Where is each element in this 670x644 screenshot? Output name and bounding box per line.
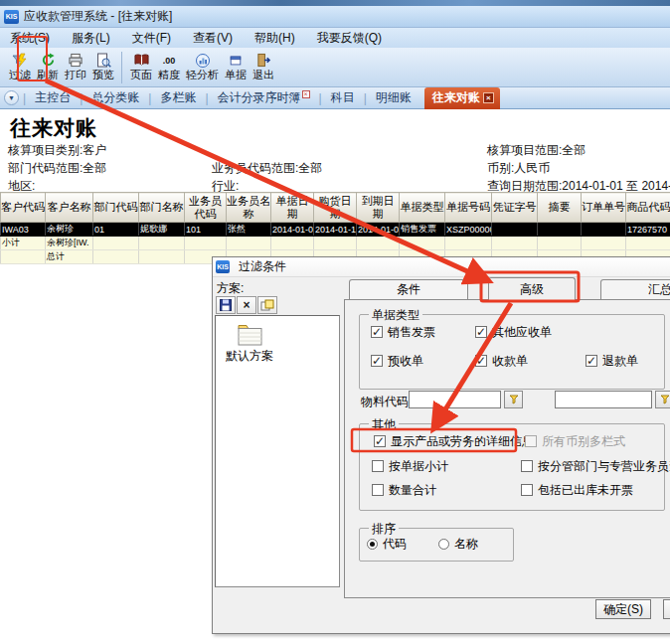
checkbox-refund[interactable]: 退款单: [586, 354, 638, 368]
cell: [492, 223, 538, 237]
toolbar-separator: [121, 52, 122, 83]
save-scheme-button[interactable]: [216, 296, 236, 314]
window-title: 应收款管理系统 - [往来对账]: [24, 8, 172, 25]
scheme-list[interactable]: 默认方案: [215, 315, 340, 587]
refresh-icon: [41, 52, 56, 69]
delete-scheme-button[interactable]: ×: [237, 296, 256, 314]
menu-help[interactable]: 帮助(H): [254, 30, 295, 47]
info-dept-range: 部门代码范围:全部: [8, 160, 106, 177]
cell: [492, 237, 538, 250]
clipped-button[interactable]: [663, 599, 670, 619]
radio-sort-by-code[interactable]: 代码: [367, 537, 407, 551]
tab-general-ledger[interactable]: 总分类账: [83, 89, 148, 106]
col-header: 单据号码: [445, 193, 492, 223]
tab-close-icon[interactable]: ×: [302, 90, 310, 98]
col-header: 购货日期: [314, 193, 357, 223]
checkbox-show-product-detail[interactable]: 显示产品或劳务的详细信息: [374, 434, 534, 448]
voucher-button[interactable]: 单据: [222, 50, 250, 85]
exit-label: 退出: [252, 69, 274, 81]
menu-system[interactable]: 系统(S): [10, 30, 50, 47]
tab-accounts[interactable]: 科目: [322, 89, 364, 106]
checkbox-box: [525, 435, 537, 447]
filter-icon: [12, 52, 28, 69]
page-label: 页面: [130, 69, 152, 81]
refresh-button[interactable]: 刷新: [34, 50, 62, 85]
checkbox-other-receivable[interactable]: 其他应收单: [475, 325, 552, 339]
title-bar: KIS 应收款管理系统 - [往来对账]: [0, 6, 670, 28]
checkbox-receipt[interactable]: 收款单: [475, 354, 528, 368]
cell: 销售发票: [400, 223, 445, 237]
material-lookup-button-from[interactable]: [504, 391, 523, 408]
ok-button[interactable]: 确定(S): [595, 599, 651, 619]
material-lookup-button-to[interactable]: [655, 391, 670, 408]
precision-icon: .00: [163, 52, 176, 69]
tab-detail-ledger[interactable]: 明细账: [367, 89, 420, 106]
scheme-label: 方案:: [217, 280, 244, 297]
filter-button[interactable]: 过滤: [6, 50, 34, 85]
cell: [93, 250, 139, 264]
tab-multicolumn[interactable]: 多栏账: [151, 89, 205, 106]
cell: 余树珍[IW.: [46, 237, 93, 250]
dialog-tab-advanced[interactable]: 高级: [488, 277, 576, 300]
menu-feedback[interactable]: 我要反馈(Q): [317, 30, 382, 47]
table-row-subtotal[interactable]: 小计 余树珍[IW.: [1, 237, 670, 250]
col-header: 单据日期: [271, 193, 314, 223]
exit-button[interactable]: 退出: [250, 50, 277, 85]
radio-dot: [438, 539, 449, 550]
radio-label: 名称: [454, 536, 478, 553]
copy-scheme-button[interactable]: [257, 296, 277, 314]
precision-button[interactable]: .00 精度: [155, 50, 183, 85]
page-button[interactable]: 页面: [127, 50, 155, 85]
tab-close-icon[interactable]: ×: [483, 92, 494, 103]
cell: XSZP00000: [445, 223, 492, 237]
info-category: 核算项目类别:客户: [8, 142, 106, 159]
cell: [1, 250, 46, 264]
radio-sort-by-name[interactable]: 名称: [438, 537, 478, 551]
cell: [538, 237, 582, 250]
dialog-tab-condition[interactable]: 条件: [349, 279, 468, 299]
radio-dot: [367, 539, 378, 550]
cell: [139, 237, 185, 250]
checkbox-advance-receipt[interactable]: 预收单: [371, 354, 423, 368]
print-button[interactable]: 打印: [62, 50, 89, 85]
col-header: 客户代码: [1, 193, 46, 223]
scheme-toolbar: ×: [216, 296, 278, 314]
menu-file[interactable]: 文件(F): [132, 30, 171, 47]
dialog-tab-summary[interactable]: 汇总: [600, 279, 670, 299]
menu-service[interactable]: 服务(L): [72, 30, 110, 47]
checkbox-include-shipped-uninvoiced[interactable]: 包括已出库未开票: [521, 483, 633, 497]
book-icon: [133, 52, 150, 69]
tab-list-dropdown-icon[interactable]: ▼: [4, 90, 19, 105]
analysis-button[interactable]: 轻分析: [183, 50, 222, 85]
col-header: 到期日期: [357, 193, 400, 223]
material-code-input-from[interactable]: [409, 391, 501, 408]
cell: 小计: [1, 237, 46, 250]
table-row-selected[interactable]: IWA03 余树珍 01 妮歌娜 101 张然 2014-01-0 2014-0…: [1, 223, 670, 237]
folder-icon: [238, 324, 263, 349]
cell: 张然: [227, 223, 271, 237]
menu-view[interactable]: 查看(V): [193, 30, 233, 47]
printer-icon: [68, 52, 84, 69]
voucher-label: 单据: [225, 69, 247, 81]
material-code-label: 物料代码:: [361, 394, 412, 410]
checkbox-box: [475, 326, 487, 338]
info-scope: 核算项目范围:全部: [487, 142, 586, 159]
checkbox-subtotal-by-doc[interactable]: 按单据小计: [372, 459, 448, 473]
tab-reconciliation-active[interactable]: 往来对账 ×: [424, 87, 500, 109]
checkbox-query-by-dept-salesman[interactable]: 按分管部门与专营业务员查询: [521, 459, 670, 473]
preview-button[interactable]: 预览: [89, 50, 117, 85]
tab-main-console[interactable]: 主控台: [26, 89, 80, 106]
col-header: 摘要: [538, 193, 582, 223]
checkbox-quantity-total[interactable]: 数量合计: [372, 483, 436, 497]
lookup-icon: [509, 395, 519, 404]
scheme-item-default[interactable]: 默认方案: [218, 348, 281, 365]
print-label: 打印: [65, 69, 86, 81]
dialog-title-bar: KIS 过滤条件: [213, 257, 670, 277]
checkbox-box: [475, 355, 487, 367]
col-header: 业务员名称: [227, 193, 271, 223]
cell: [626, 237, 670, 250]
material-code-input-to[interactable]: [555, 391, 652, 408]
checkbox-sales-invoice[interactable]: 销售发票: [371, 325, 435, 339]
tab-journal[interactable]: 会计分录序时簿×: [209, 89, 319, 106]
checkbox-box: [374, 435, 386, 447]
